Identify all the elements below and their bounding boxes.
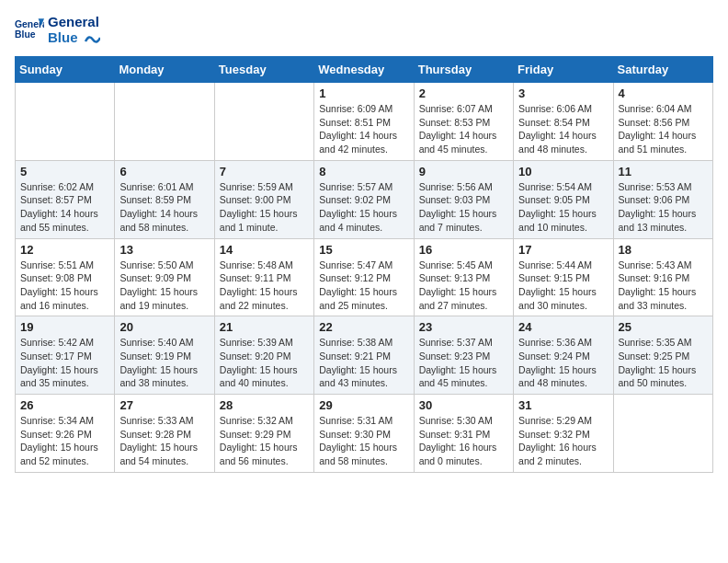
calendar-cell: 30Sunrise: 5:30 AMSunset: 9:31 PMDayligh… (414, 395, 513, 473)
calendar-cell (613, 395, 712, 473)
day-number: 18 (619, 243, 708, 257)
day-info: Sunrise: 5:31 AMSunset: 9:30 PMDaylight:… (319, 414, 408, 468)
logo-general: General (48, 15, 100, 30)
logo-icon: General Blue (15, 16, 44, 45)
day-info: Sunrise: 5:57 AMSunset: 9:02 PMDaylight:… (319, 180, 408, 235)
day-info: Sunrise: 5:39 AMSunset: 9:20 PMDaylight:… (220, 336, 309, 390)
calendar-cell: 31Sunrise: 5:29 AMSunset: 9:32 PMDayligh… (514, 395, 613, 473)
day-info: Sunrise: 5:50 AMSunset: 9:09 PMDaylight:… (119, 259, 209, 313)
day-info: Sunrise: 5:53 AMSunset: 9:06 PMDaylight:… (619, 180, 708, 235)
calendar-cell: 3Sunrise: 6:06 AMSunset: 8:54 PMDaylight… (514, 83, 613, 161)
calendar-cell (16, 83, 115, 161)
calendar-table: SundayMondayTuesdayWednesdayThursdayFrid… (15, 56, 713, 473)
day-info: Sunrise: 5:44 AMSunset: 9:15 PMDaylight:… (518, 259, 608, 313)
weekday-header-tuesday: Tuesday (214, 57, 313, 83)
calendar-cell: 1Sunrise: 6:09 AMSunset: 8:51 PMDaylight… (314, 83, 414, 161)
day-number: 26 (20, 398, 109, 412)
day-info: Sunrise: 6:09 AMSunset: 8:51 PMDaylight:… (319, 102, 408, 156)
day-number: 7 (220, 165, 309, 178)
calendar-cell: 21Sunrise: 5:39 AMSunset: 9:20 PMDayligh… (214, 316, 313, 395)
calendar-cell: 7Sunrise: 5:59 AMSunset: 9:00 PMDaylight… (214, 160, 313, 238)
calendar-cell: 8Sunrise: 5:57 AMSunset: 9:02 PMDaylight… (314, 160, 414, 238)
day-info: Sunrise: 5:32 AMSunset: 9:29 PMDaylight:… (220, 414, 309, 468)
calendar-cell: 12Sunrise: 5:51 AMSunset: 9:08 PMDayligh… (16, 238, 115, 316)
day-info: Sunrise: 5:36 AMSunset: 9:24 PMDaylight:… (518, 336, 608, 390)
day-number: 29 (319, 398, 408, 412)
calendar-cell: 11Sunrise: 5:53 AMSunset: 9:06 PMDayligh… (613, 160, 712, 238)
day-number: 8 (319, 165, 408, 178)
svg-text:Blue: Blue (15, 29, 36, 40)
weekday-header-thursday: Thursday (414, 57, 513, 83)
calendar-header-row: SundayMondayTuesdayWednesdayThursdayFrid… (16, 57, 713, 83)
day-number: 22 (319, 320, 408, 334)
day-number: 16 (419, 243, 508, 257)
calendar-cell: 4Sunrise: 6:04 AMSunset: 8:56 PMDaylight… (613, 83, 712, 161)
calendar-cell: 26Sunrise: 5:34 AMSunset: 9:26 PMDayligh… (16, 395, 115, 473)
day-number: 10 (518, 165, 608, 178)
calendar-cell: 16Sunrise: 5:45 AMSunset: 9:13 PMDayligh… (414, 238, 513, 316)
calendar-cell: 22Sunrise: 5:38 AMSunset: 9:21 PMDayligh… (314, 316, 414, 395)
day-number: 31 (518, 398, 608, 412)
calendar-cell: 13Sunrise: 5:50 AMSunset: 9:09 PMDayligh… (115, 238, 214, 316)
day-number: 20 (119, 320, 209, 334)
day-info: Sunrise: 5:45 AMSunset: 9:13 PMDaylight:… (419, 259, 508, 313)
day-number: 2 (419, 86, 508, 100)
day-number: 1 (319, 86, 408, 100)
calendar-week-row: 19Sunrise: 5:42 AMSunset: 9:17 PMDayligh… (16, 316, 713, 395)
calendar-cell: 27Sunrise: 5:33 AMSunset: 9:28 PMDayligh… (115, 395, 214, 473)
weekday-header-wednesday: Wednesday (314, 57, 414, 83)
day-info: Sunrise: 5:38 AMSunset: 9:21 PMDaylight:… (319, 336, 408, 390)
day-number: 12 (20, 243, 109, 257)
calendar-cell: 28Sunrise: 5:32 AMSunset: 9:29 PMDayligh… (214, 395, 313, 473)
calendar-cell (214, 83, 313, 161)
logo: General Blue General Blue (15, 15, 100, 45)
day-info: Sunrise: 5:54 AMSunset: 9:05 PMDaylight:… (518, 180, 608, 235)
day-info: Sunrise: 5:40 AMSunset: 9:19 PMDaylight:… (119, 336, 209, 390)
day-info: Sunrise: 6:04 AMSunset: 8:56 PMDaylight:… (619, 102, 708, 156)
day-info: Sunrise: 6:02 AMSunset: 8:57 PMDaylight:… (20, 180, 109, 235)
page-header: General Blue General Blue (15, 15, 713, 45)
calendar-cell: 10Sunrise: 5:54 AMSunset: 9:05 PMDayligh… (514, 160, 613, 238)
day-number: 27 (119, 398, 209, 412)
weekday-header-saturday: Saturday (613, 57, 712, 83)
calendar-cell: 24Sunrise: 5:36 AMSunset: 9:24 PMDayligh… (514, 316, 613, 395)
weekday-header-friday: Friday (514, 57, 613, 83)
day-number: 4 (619, 86, 708, 100)
calendar-cell: 20Sunrise: 5:40 AMSunset: 9:19 PMDayligh… (115, 316, 214, 395)
weekday-header-monday: Monday (115, 57, 214, 83)
day-info: Sunrise: 5:48 AMSunset: 9:11 PMDaylight:… (220, 259, 309, 313)
calendar-cell: 25Sunrise: 5:35 AMSunset: 9:25 PMDayligh… (613, 316, 712, 395)
day-info: Sunrise: 5:42 AMSunset: 9:17 PMDaylight:… (20, 336, 109, 390)
day-info: Sunrise: 5:30 AMSunset: 9:31 PMDaylight:… (419, 414, 508, 468)
day-number: 17 (518, 243, 608, 257)
day-info: Sunrise: 5:59 AMSunset: 9:00 PMDaylight:… (220, 180, 309, 235)
day-number: 11 (619, 165, 708, 178)
calendar-week-row: 26Sunrise: 5:34 AMSunset: 9:26 PMDayligh… (16, 395, 713, 473)
calendar-cell: 19Sunrise: 5:42 AMSunset: 9:17 PMDayligh… (16, 316, 115, 395)
day-number: 25 (619, 320, 708, 334)
day-number: 30 (419, 398, 508, 412)
day-number: 19 (20, 320, 109, 334)
logo-blue: Blue (48, 30, 100, 46)
day-info: Sunrise: 6:01 AMSunset: 8:59 PMDaylight:… (119, 180, 209, 235)
calendar-cell: 23Sunrise: 5:37 AMSunset: 9:23 PMDayligh… (414, 316, 513, 395)
calendar-cell: 18Sunrise: 5:43 AMSunset: 9:16 PMDayligh… (613, 238, 712, 316)
day-info: Sunrise: 5:37 AMSunset: 9:23 PMDaylight:… (419, 336, 508, 390)
day-info: Sunrise: 5:56 AMSunset: 9:03 PMDaylight:… (419, 180, 508, 235)
day-number: 28 (220, 398, 309, 412)
calendar-week-row: 12Sunrise: 5:51 AMSunset: 9:08 PMDayligh… (16, 238, 713, 316)
day-info: Sunrise: 5:51 AMSunset: 9:08 PMDaylight:… (20, 259, 109, 313)
calendar-cell: 15Sunrise: 5:47 AMSunset: 9:12 PMDayligh… (314, 238, 414, 316)
day-number: 21 (220, 320, 309, 334)
day-info: Sunrise: 5:33 AMSunset: 9:28 PMDaylight:… (119, 414, 209, 468)
logo-wave-icon (84, 32, 100, 45)
day-number: 5 (20, 165, 109, 178)
calendar-cell: 14Sunrise: 5:48 AMSunset: 9:11 PMDayligh… (214, 238, 313, 316)
day-number: 3 (518, 86, 608, 100)
day-info: Sunrise: 5:43 AMSunset: 9:16 PMDaylight:… (619, 259, 708, 313)
day-info: Sunrise: 5:47 AMSunset: 9:12 PMDaylight:… (319, 259, 408, 313)
day-number: 24 (518, 320, 608, 334)
calendar-cell: 29Sunrise: 5:31 AMSunset: 9:30 PMDayligh… (314, 395, 414, 473)
calendar-week-row: 5Sunrise: 6:02 AMSunset: 8:57 PMDaylight… (16, 160, 713, 238)
calendar-cell: 17Sunrise: 5:44 AMSunset: 9:15 PMDayligh… (514, 238, 613, 316)
